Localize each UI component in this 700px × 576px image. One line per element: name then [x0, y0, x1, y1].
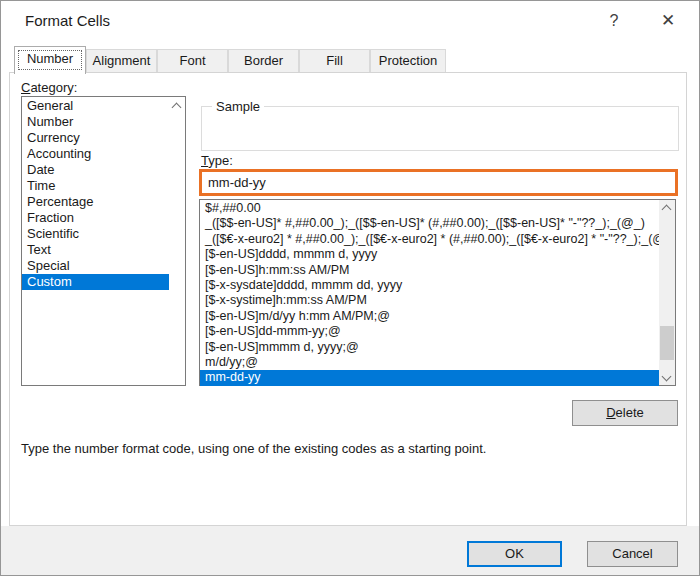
category-item-fraction[interactable]: Fraction [22, 210, 169, 226]
cancel-button[interactable]: Cancel [587, 541, 678, 567]
type-item[interactable]: $#,##0.00 [200, 201, 659, 216]
type-scrollbar[interactable] [659, 200, 675, 385]
type-item[interactable]: [$-en-US]dd-mmm-yy;@ [200, 324, 659, 339]
type-input[interactable] [199, 169, 678, 196]
category-item-time[interactable]: Time [22, 178, 169, 194]
sample-label: Sample [212, 99, 264, 114]
help-icon[interactable]: ? [597, 7, 631, 35]
helper-text: Type the number format code, using one o… [21, 441, 661, 456]
type-item[interactable]: _([$€-x-euro2] * #,##0.00_);_([$€-x-euro… [200, 232, 659, 247]
delete-button[interactable]: Delete [572, 400, 678, 426]
tab-font[interactable]: Font [157, 49, 228, 73]
tab-label: Alignment [93, 53, 151, 68]
scroll-up-button[interactable] [659, 200, 675, 216]
type-listbox: $#,##0.00 _([$$-en-US]* #,##0.00_);_([$$… [199, 199, 676, 386]
category-item-special[interactable]: Special [22, 258, 169, 274]
category-item-text[interactable]: Text [22, 242, 169, 258]
type-label: Type: [201, 153, 233, 168]
tab-protection[interactable]: Protection [370, 49, 446, 73]
scroll-up-icon [662, 205, 672, 215]
tab-alignment[interactable]: Alignment [86, 49, 157, 73]
scroll-up-icon[interactable] [172, 103, 182, 113]
tab-label: Protection [379, 53, 438, 68]
category-item-percentage[interactable]: Percentage [22, 194, 169, 210]
category-label: Category: [21, 80, 77, 95]
category-item-custom[interactable]: Custom [22, 274, 169, 290]
tab-label: Fill [326, 53, 343, 68]
type-item-selected[interactable]: mm-dd-yy [200, 370, 659, 385]
type-item[interactable]: [$-en-US]mmmm d, yyyy;@ [200, 340, 659, 355]
category-item-accounting[interactable]: Accounting [22, 146, 169, 162]
type-item[interactable]: m/d/yy;@ [200, 355, 659, 370]
tab-focus-ring [18, 50, 82, 70]
type-item[interactable]: [$-x-sysdate]dddd, mmmm dd, yyyy [200, 278, 659, 293]
type-item[interactable]: [$-en-US]h:mm:ss AM/PM [200, 263, 659, 278]
close-icon[interactable]: ✕ [651, 7, 685, 35]
tab-border[interactable]: Border [228, 49, 299, 73]
category-item-date[interactable]: Date [22, 162, 169, 178]
category-item-general[interactable]: General [22, 98, 169, 114]
category-item-number[interactable]: Number [22, 114, 169, 130]
scroll-down-icon [662, 372, 672, 382]
title-bar: Format Cells ? ✕ [1, 1, 699, 41]
category-listbox: General Number Currency Accounting Date … [21, 96, 186, 386]
type-item[interactable]: _([$$-en-US]* #,##0.00_);_([$$-en-US]* (… [200, 216, 659, 231]
type-item[interactable]: [$-en-US]m/d/yy h:mm AM/PM;@ [200, 309, 659, 324]
format-cells-dialog: Format Cells ? ✕ Number Alignment Font B… [0, 0, 700, 576]
ok-button[interactable]: OK [467, 541, 562, 567]
tab-number[interactable]: Number [14, 46, 86, 74]
tab-label: Font [179, 53, 205, 68]
category-item-currency[interactable]: Currency [22, 130, 169, 146]
scroll-down-button[interactable] [659, 369, 675, 385]
category-item-scientific[interactable]: Scientific [22, 226, 169, 242]
type-item[interactable]: [$-en-US]dddd, mmmm d, yyyy [200, 247, 659, 262]
tab-label: Border [244, 53, 283, 68]
dialog-title: Format Cells [25, 12, 110, 29]
sample-group: Sample [201, 106, 679, 151]
tab-fill[interactable]: Fill [299, 49, 370, 73]
category-scrollbar[interactable] [169, 97, 185, 385]
scrollbar-thumb[interactable] [660, 326, 674, 360]
type-item[interactable]: [$-x-systime]h:mm:ss AM/PM [200, 293, 659, 308]
